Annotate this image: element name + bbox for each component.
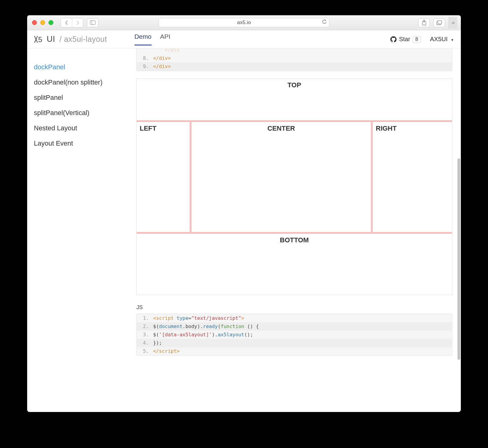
- top-label: TOP: [288, 81, 301, 89]
- scrollbar-thumb[interactable]: [458, 158, 460, 360]
- reload-icon[interactable]: [322, 20, 327, 26]
- url-text: ax5.io: [237, 20, 251, 26]
- middle-row: LEFT CENTER RIGHT: [137, 122, 452, 234]
- svg-rect-0: [90, 21, 95, 25]
- github-star[interactable]: Star 8: [390, 36, 421, 43]
- github-icon: [390, 36, 396, 42]
- sidebar-toggle-button[interactable]: [87, 18, 99, 27]
- svg-rect-4: [438, 20, 442, 24]
- left-label: LEFT: [140, 125, 156, 132]
- sidebar-item[interactable]: splitPanel(Vertical): [34, 105, 131, 121]
- header-right: Star 8 AX5UI ▼: [390, 36, 454, 43]
- star-label: Star: [399, 36, 410, 43]
- star-count: 8: [413, 36, 421, 43]
- js-code-block: 1.<script type="text/javascript">2. $(do…: [136, 314, 452, 356]
- forward-button[interactable]: [72, 18, 83, 27]
- breadcrumb: / ax5ui-layout: [59, 35, 107, 44]
- top-pane[interactable]: TOP: [137, 79, 452, 122]
- maximize-window-button[interactable]: [48, 20, 53, 25]
- nav-tab-demo[interactable]: Demo: [135, 33, 152, 45]
- site-header: 5 UI / ax5ui-layout DemoAPI Star 8 AX5UI…: [27, 30, 461, 49]
- chevron-down-icon: ▼: [450, 38, 454, 42]
- browser-window: ax5.io ＋ 5 UI / ax5ui-layout DemoA: [27, 15, 461, 412]
- nav-tab-api[interactable]: API: [160, 33, 170, 45]
- page-content: 5 UI / ax5ui-layout DemoAPI Star 8 AX5UI…: [27, 30, 461, 412]
- close-window-button[interactable]: [32, 20, 37, 25]
- back-button[interactable]: [61, 18, 72, 27]
- sidebar-item[interactable]: Nested Layout: [34, 121, 131, 136]
- address-bar[interactable]: ax5.io: [159, 18, 329, 27]
- center-pane[interactable]: CENTER: [192, 122, 373, 232]
- traffic-lights: [32, 20, 53, 25]
- sidebar-item[interactable]: Layout Event: [34, 136, 131, 151]
- nav-tabs: DemoAPI: [135, 33, 170, 45]
- center-label: CENTER: [267, 125, 295, 132]
- right-pane[interactable]: RIGHT: [373, 122, 452, 232]
- brand-text: UI: [47, 34, 55, 44]
- js-section-label: JS: [136, 304, 452, 311]
- new-tab-button[interactable]: ＋: [449, 17, 457, 28]
- right-label: RIGHT: [376, 125, 396, 132]
- sidebar-item[interactable]: dockPanel(non splitter): [34, 75, 131, 90]
- minimize-window-button[interactable]: [40, 20, 45, 25]
- body-columns: dockPaneldockPanel(non splitter)splitPan…: [27, 49, 461, 412]
- brand-menu[interactable]: AX5UI ▼: [430, 36, 454, 43]
- nav-back-forward: [61, 18, 83, 27]
- bottom-label: BOTTOM: [280, 236, 309, 244]
- main: </div8. </div>9.</div> TOP LEFT CENTER R…: [131, 49, 461, 412]
- html-code-block: </div8. </div>9.</div>: [136, 49, 452, 71]
- share-button[interactable]: [418, 18, 430, 27]
- sidebar-item[interactable]: dockPanel: [34, 60, 131, 75]
- tabs-button[interactable]: [433, 18, 445, 27]
- svg-text:5: 5: [38, 35, 42, 43]
- left-pane[interactable]: LEFT: [137, 122, 192, 232]
- toolbar-right: ＋: [418, 17, 457, 28]
- brand[interactable]: 5 UI / ax5ui-layout: [34, 34, 107, 44]
- brand-menu-label: AX5UI: [430, 36, 448, 42]
- sidebar: dockPaneldockPanel(non splitter)splitPan…: [27, 49, 131, 412]
- brand-logo: 5: [34, 35, 44, 43]
- bottom-pane[interactable]: BOTTOM: [137, 234, 452, 295]
- browser-titlebar: ax5.io ＋: [27, 15, 461, 30]
- layout-demo: TOP LEFT CENTER RIGHT BOTTOM: [136, 78, 452, 295]
- sidebar-item[interactable]: splitPanel: [34, 90, 131, 105]
